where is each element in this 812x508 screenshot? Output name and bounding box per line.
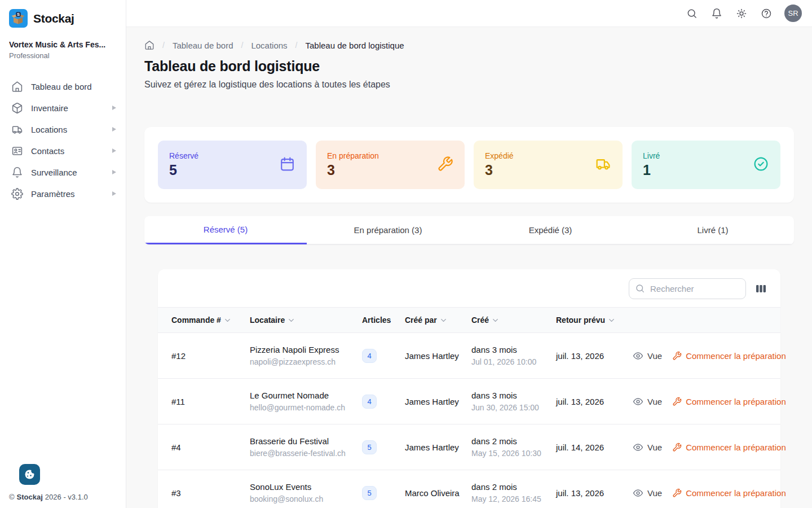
start-preparation-button[interactable]: Commencer la préparation <box>672 397 786 406</box>
status-tabs: Réservé (5) En préparation (3) Expédié (… <box>144 216 794 244</box>
column-header-created[interactable]: Créé <box>471 316 556 325</box>
table-toolbar <box>158 269 780 307</box>
created-by: James Hartley <box>405 351 471 361</box>
sidebar-item-dashboard[interactable]: Tableau de bord <box>0 76 126 97</box>
tenant-email: hello@gourmet-nomade.ch <box>250 403 362 412</box>
home-icon <box>144 40 155 50</box>
breadcrumb-separator: / <box>295 41 298 50</box>
sidebar-item-locations[interactable]: Locations <box>0 119 126 140</box>
footer-brand: Stockaj <box>17 493 43 501</box>
sidebar-item-label: Locations <box>31 125 103 134</box>
return-due-date: juil. 13, 2026 <box>556 397 633 406</box>
chevron-down-icon <box>287 316 295 325</box>
eye-icon <box>633 488 643 498</box>
created-by: Marco Oliveira <box>405 488 471 498</box>
view-button[interactable]: Vue <box>633 351 662 361</box>
stats-summary-card: Réservé 5 En préparation 3 <box>144 127 794 203</box>
stat-label: En préparation <box>327 151 379 160</box>
order-number: #4 <box>158 443 250 452</box>
start-preparation-button[interactable]: Commencer la préparation <box>672 443 786 452</box>
sidebar-item-settings[interactable]: Paramètres <box>0 183 126 204</box>
breadcrumb: / Tableau de bord / Locations / Tableau … <box>144 40 794 50</box>
column-header-articles: Articles <box>362 316 405 325</box>
order-number: #3 <box>158 488 250 498</box>
return-due-date: juil. 13, 2026 <box>556 351 633 361</box>
return-due-date: juil. 13, 2026 <box>556 488 633 498</box>
stat-reserved: Réservé 5 <box>158 141 307 189</box>
breadcrumb-separator: / <box>241 41 243 50</box>
chevron-right-icon <box>111 148 117 154</box>
table-row: #12 Pizzeria Napoli Express napoli@pizza… <box>158 333 780 379</box>
return-due-date: juil. 14, 2026 <box>556 443 633 452</box>
breadcrumb-locations-link[interactable]: Locations <box>251 41 287 50</box>
org-plan: Professional <box>9 51 117 60</box>
tab-delivered[interactable]: Livré (1) <box>632 216 794 244</box>
chevron-right-icon <box>111 105 117 111</box>
sidebar-item-label: Contacts <box>31 146 103 156</box>
package-icon <box>11 102 23 114</box>
column-header-order[interactable]: Commande # <box>158 316 250 325</box>
eye-icon <box>633 442 643 453</box>
bell-icon <box>11 167 23 178</box>
theme-toggle-button[interactable] <box>731 3 752 24</box>
articles-count-badge: 4 <box>362 395 377 409</box>
help-button[interactable] <box>756 3 776 24</box>
tenant-name: Pizzeria Napoli Express <box>250 345 362 354</box>
column-header-return-due[interactable]: Retour prévu <box>556 316 633 325</box>
cookie-settings-button[interactable] <box>19 464 40 485</box>
wrench-icon <box>672 351 682 361</box>
sidebar-item-surveillance[interactable]: Surveillance <box>0 161 126 183</box>
main-area: SR / Tableau de bord / Locations / Table… <box>126 0 812 508</box>
articles-count-badge: 4 <box>362 349 377 363</box>
created-by: James Hartley <box>405 397 471 406</box>
tenant-email: napoli@pizzaexpress.ch <box>250 357 362 366</box>
tenant-email: booking@sonolux.ch <box>250 494 362 503</box>
created-absolute: May 12, 2026 16:45 <box>471 494 556 503</box>
view-button[interactable]: Vue <box>633 488 662 498</box>
table-row: #3 SonoLux Events booking@sonolux.ch 5 M… <box>158 470 780 508</box>
notifications-button[interactable] <box>707 3 727 24</box>
breadcrumb-dashboard-link[interactable]: Tableau de bord <box>173 41 233 50</box>
org-switcher[interactable]: Vortex Music & Arts Fes... Professional <box>0 33 126 63</box>
truck-icon <box>11 124 23 135</box>
chevron-right-icon <box>111 126 117 132</box>
column-header-created-by[interactable]: Créé par <box>405 316 471 325</box>
tab-reserved[interactable]: Réservé (5) <box>144 216 307 244</box>
created-relative: dans 3 mois <box>471 391 556 400</box>
search-button[interactable] <box>682 3 702 24</box>
brand-logo[interactable]: S Stockaj <box>0 0 126 33</box>
column-visibility-button[interactable] <box>755 283 767 295</box>
chevron-right-icon <box>111 191 117 196</box>
wrench-icon <box>672 443 682 452</box>
home-icon <box>11 81 23 93</box>
start-preparation-button[interactable]: Commencer la préparation <box>672 488 786 498</box>
table-row: #4 Brasserie du Festival biere@brasserie… <box>158 424 780 470</box>
user-avatar[interactable]: SR <box>784 5 802 22</box>
page-content: / Tableau de bord / Locations / Tableau … <box>126 27 812 508</box>
created-absolute: Jun 30, 2026 15:00 <box>471 403 556 412</box>
stat-value: 3 <box>327 162 379 178</box>
start-preparation-button[interactable]: Commencer la préparation <box>672 351 786 361</box>
chevron-down-icon <box>491 316 500 325</box>
tenant-name: Brasserie du Festival <box>250 436 362 446</box>
eye-icon <box>633 351 643 361</box>
sidebar-item-label: Inventaire <box>31 103 103 113</box>
breadcrumb-separator: / <box>162 41 165 50</box>
articles-count-badge: 5 <box>362 440 377 454</box>
chevron-down-icon <box>439 316 448 325</box>
cookie-icon <box>24 468 36 480</box>
sidebar-item-inventory[interactable]: Inventaire <box>0 97 126 119</box>
view-button[interactable]: Vue <box>633 396 662 407</box>
view-button[interactable]: Vue <box>633 442 662 453</box>
tab-in-preparation[interactable]: En préparation (3) <box>307 216 469 244</box>
calendar-icon <box>279 156 295 174</box>
sidebar-item-contacts[interactable]: Contacts <box>0 140 126 161</box>
created-relative: dans 3 mois <box>471 345 556 354</box>
tab-shipped[interactable]: Expédié (3) <box>469 216 632 244</box>
created-absolute: May 15, 2026 10:30 <box>471 449 556 458</box>
chevron-down-icon <box>607 316 616 325</box>
breadcrumb-home-link[interactable] <box>144 40 155 50</box>
stat-label: Expédié <box>485 151 514 160</box>
search-input[interactable] <box>629 278 746 299</box>
column-header-tenant[interactable]: Locataire <box>250 316 362 325</box>
